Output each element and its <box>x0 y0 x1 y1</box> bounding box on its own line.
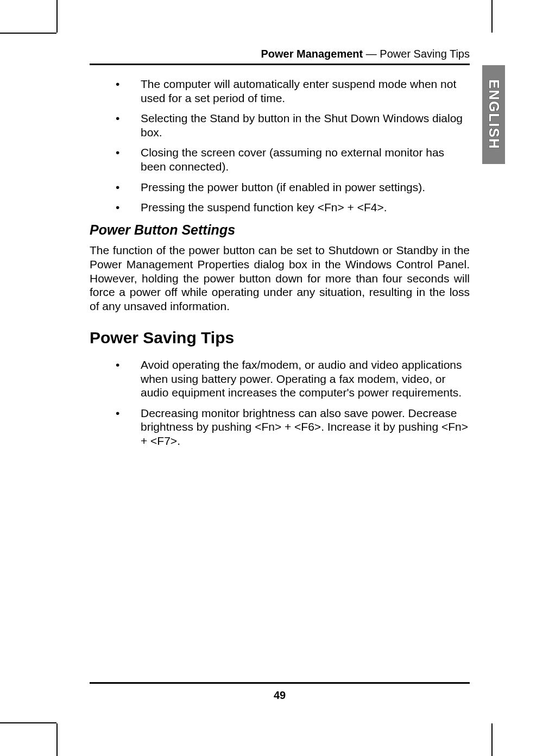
list-item: Decreasing monitor brightness can also s… <box>116 406 470 448</box>
language-tab-label: ENGLISH <box>485 79 502 150</box>
power-saving-tips-list: Avoid operating the fax/modem, or audio … <box>116 358 470 448</box>
crop-mark <box>0 33 56 34</box>
header-topic: Power Saving Tips <box>380 48 470 60</box>
page-footer: 49 <box>90 682 470 702</box>
page: ENGLISH Power Management — Power Saving … <box>0 0 549 756</box>
crop-mark <box>56 723 58 756</box>
footer-rule <box>90 682 470 684</box>
content-area: Power Management — Power Saving Tips The… <box>90 48 470 456</box>
list-item: Closing the screen cover (assuming no ex… <box>116 146 470 173</box>
list-item: Pressing the power button (if enabled in… <box>116 180 470 194</box>
list-item: Avoid operating the fax/modem, or audio … <box>116 358 470 400</box>
power-button-settings-body: The function of the power button can be … <box>90 243 470 313</box>
running-header: Power Management — Power Saving Tips <box>90 48 470 65</box>
list-item: Selecting the Stand by button in the Shu… <box>116 111 470 139</box>
list-item: The computer will automatically enter su… <box>116 77 470 105</box>
crop-mark <box>56 0 58 33</box>
page-number: 49 <box>90 689 470 702</box>
header-section: Power Management <box>261 48 363 60</box>
language-tab: ENGLISH <box>482 65 505 164</box>
crop-mark <box>491 723 493 756</box>
suspend-mode-list: The computer will automatically enter su… <box>116 77 470 215</box>
power-button-settings-heading: Power Button Settings <box>90 222 470 238</box>
crop-mark <box>491 0 493 33</box>
header-separator: — <box>363 48 380 60</box>
crop-mark <box>0 722 56 723</box>
list-item: Pressing the suspend function key <Fn> +… <box>116 200 470 215</box>
power-saving-tips-heading: Power Saving Tips <box>90 329 470 347</box>
